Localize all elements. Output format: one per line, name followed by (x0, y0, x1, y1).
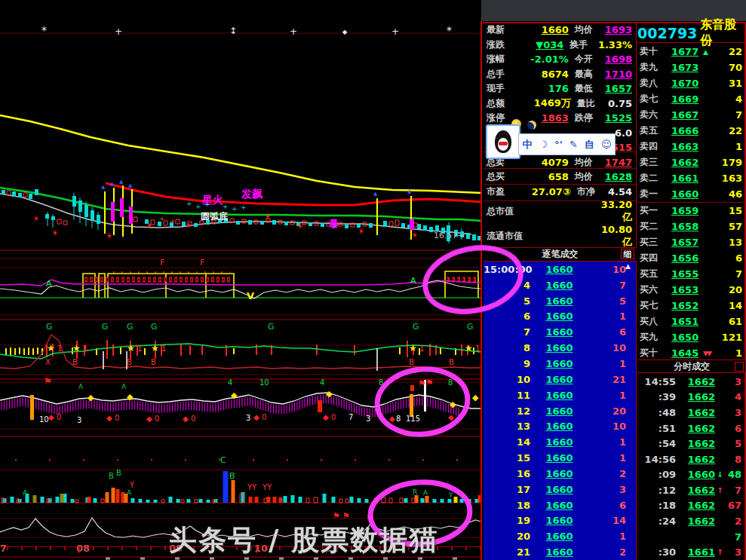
level-label: 卖四 (637, 140, 671, 153)
quote-value: 0.75 (608, 98, 636, 109)
sell-row[interactable]: 卖二 1661 163 (637, 170, 745, 186)
buy-row[interactable]: 买四 1656 6 (637, 250, 745, 266)
time-sales-row[interactable]: :51 1662 6 (638, 421, 745, 436)
tick-row[interactable]: 21 1660 2 (484, 544, 637, 560)
qq-toolbar-icon[interactable]: ☺ (601, 139, 612, 150)
buy-row[interactable]: 买十 1645 ▼▼ 1 (637, 345, 745, 361)
tick-time: 15 (484, 452, 530, 464)
quote-value: 1698 (605, 54, 636, 65)
time-sales-list: 14:55 1662 3 :39 1662 4 :48 1662 3 :51 1… (638, 374, 745, 560)
tick-row[interactable]: 10 1660 21 (484, 372, 637, 387)
buy-row[interactable]: 买五 1655 7 (637, 266, 745, 282)
sell-row[interactable]: 卖九 1673 70 (637, 60, 745, 75)
buy-row[interactable]: 买三 1657 13 (637, 234, 745, 250)
tick-row[interactable]: 12 1660 20 (484, 403, 637, 419)
time-sales-row[interactable]: :30 1661 ↑ 3 (638, 544, 745, 560)
trade-volume: 7 (725, 531, 745, 543)
level-price: 1660 (671, 188, 703, 200)
qq-toolbar-icon[interactable]: °' (554, 139, 562, 150)
tick-row[interactable]: 16 1660 2 (484, 466, 637, 482)
tick-volume: 10 (588, 421, 637, 432)
buy-row[interactable]: 买二 1658 57 (637, 219, 745, 234)
time-sales-row[interactable]: :48 1662 3 (638, 405, 745, 421)
sell-row[interactable]: 卖一 1660 46 (637, 186, 745, 202)
level-price: 1677 (671, 46, 703, 57)
level-volume: 20 (720, 284, 745, 295)
qq-widget[interactable] (486, 124, 520, 159)
qq-toolbar-icon[interactable]: 自 (585, 138, 594, 151)
tick-row[interactable]: 8 1660 10 (484, 340, 637, 356)
tick-row[interactable]: 9 1660 1 (484, 356, 637, 372)
tick-row[interactable]: 6 1660 1 (484, 309, 637, 325)
detail-button[interactable]: 细 (621, 249, 634, 259)
tick-volume: 1 (588, 452, 637, 464)
level-label: 卖九 (637, 61, 671, 74)
quote-label: 最新 (484, 23, 523, 36)
tick-row[interactable]: 15 1660 1 (484, 450, 637, 466)
buy-row[interactable]: 买一 1659 15 (637, 203, 745, 219)
time-sales-row[interactable]: :12 1662 ↑ 7 (638, 482, 745, 498)
time-sales-row[interactable]: :54 1662 5 (638, 436, 745, 451)
level-price: 1663 (671, 141, 703, 152)
tick-price: 1660 (530, 546, 588, 558)
sell-row[interactable]: 卖四 1663 1 (637, 139, 745, 155)
buy-row[interactable]: 买七 1652 14 (637, 298, 745, 314)
time-sales-row[interactable]: 7 (638, 529, 745, 545)
tick-time: 14 (484, 436, 530, 448)
sell-row[interactable]: 卖五 1666 22 (637, 123, 745, 139)
panel-border (484, 184, 636, 185)
corner-box-icon[interactable] (735, 362, 744, 372)
sell-row[interactable]: 卖三 1662 179 (637, 155, 745, 170)
tick-volume: 7 (588, 280, 637, 291)
tick-time: 18 (484, 500, 530, 511)
tick-row[interactable]: 18 1660 6 (484, 497, 637, 513)
buy-row[interactable]: 买九 1650 121 (637, 329, 745, 345)
tick-price: 1660 (530, 468, 588, 479)
qq-toolbar-icon[interactable]: 中 (523, 138, 533, 151)
qq-toolbar-icon[interactable]: ☽ (539, 139, 548, 150)
quote-label: 总买 (484, 170, 523, 183)
quote-label: 流通市值 (484, 230, 523, 243)
quote-value: 1525 (605, 112, 636, 124)
tick-row[interactable]: 19 1660 14 (484, 513, 637, 529)
time-sales-row[interactable]: :24 1662 2 (638, 513, 745, 529)
qq-toolbar-icon[interactable]: ✎ (569, 139, 578, 150)
tick-row[interactable]: 13 1660 10 (484, 418, 637, 434)
trade-price: 1662 (682, 500, 715, 511)
time-sales-row[interactable]: :09 1660 ↓ 48 (638, 467, 745, 482)
tick-row[interactable]: 7 1660 6 (484, 324, 637, 340)
time-sales-row[interactable]: :18 1662 67 (638, 498, 745, 514)
time-sales-row[interactable]: 14:55 1662 3 (638, 374, 745, 390)
tick-row[interactable]: 14 1660 1 (484, 434, 637, 450)
buy-row[interactable]: 买八 1651 61 (637, 314, 745, 329)
tick-price: 1660 (530, 436, 588, 448)
tick-row[interactable]: 11 1660 1 (484, 387, 637, 403)
tick-row[interactable]: 20 1660 1 (484, 528, 637, 544)
chart-area[interactable] (0, 0, 481, 560)
sell-row[interactable]: 卖七 1669 4 (637, 91, 745, 107)
scroll-up-icon[interactable]: ▲ (625, 262, 631, 270)
quote-label: 均价 (569, 170, 605, 183)
buy-row[interactable]: 买六 1653 20 (637, 282, 745, 298)
trade-time: :51 (638, 423, 676, 434)
level-label: 买一 (637, 204, 671, 217)
chart-canvas (0, 0, 481, 560)
tick-row[interactable]: 4 1660 7 (484, 277, 637, 293)
sell-row[interactable]: 卖六 1667 7 (637, 107, 745, 123)
quote-label: 涨跌 (484, 38, 520, 51)
level-volume: 1 (720, 347, 745, 359)
stock-code: 002793 (637, 25, 697, 41)
tick-volume: 1 (588, 531, 637, 542)
tick-row[interactable]: 5 1660 5 (484, 293, 637, 309)
time-sales-row[interactable]: :39 1662 4 (638, 390, 745, 405)
time-sales-row[interactable]: 14:56 1662 8 (638, 451, 745, 467)
level-label: 卖七 (637, 93, 671, 106)
tick-row[interactable]: 17 1660 3 (484, 482, 637, 497)
tick-row[interactable]: 15:00:00 1660 10 (484, 262, 637, 277)
level-price: 1655 (671, 268, 703, 280)
sell-row[interactable]: 卖八 1670 31 (637, 75, 745, 91)
level-volume: 1 (720, 141, 745, 152)
trade-volume: 48 (725, 469, 745, 480)
qq-penguin-icon (495, 130, 511, 153)
tick-volume: 10 (588, 342, 637, 353)
